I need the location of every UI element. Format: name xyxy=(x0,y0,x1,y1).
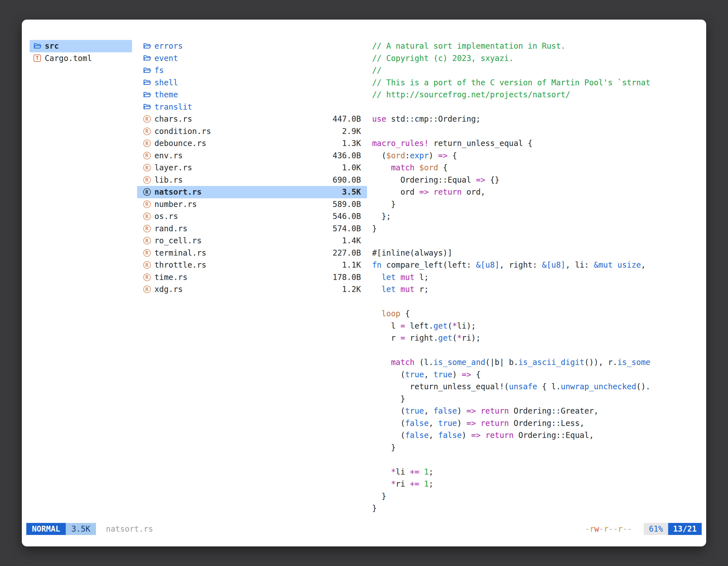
file-row[interactable]: R T throttle.rs 1.1K xyxy=(137,259,367,271)
file-row[interactable]: R T errors xyxy=(137,40,367,52)
scroll-percent-badge: 61% xyxy=(644,523,668,535)
code-line: match $ord { xyxy=(372,162,706,174)
folder-icon xyxy=(143,91,151,99)
file-icon-wrap: R T xyxy=(142,225,152,233)
code-line: match (l.is_some_and(|b| b.is_ascii_digi… xyxy=(372,356,706,368)
file-name: event xyxy=(154,54,178,63)
code-line: // xyxy=(372,64,706,77)
rust-file-icon: R xyxy=(143,201,151,208)
file-icon-wrap: R T xyxy=(142,103,152,111)
code-line: (true, true) => { xyxy=(372,368,706,381)
code-line: fn compare_left(left: &[u8], right: &[u8… xyxy=(372,259,706,271)
rust-file-icon: R xyxy=(143,225,151,233)
folder-icon xyxy=(143,66,151,75)
file-row[interactable]: R T terminal.rs 227.0B xyxy=(137,247,367,259)
file-row[interactable]: R T os.rs 546.0B xyxy=(137,210,367,223)
file-row[interactable]: R T translit xyxy=(137,101,367,113)
file-name: time.rs xyxy=(154,273,187,282)
code-line: } xyxy=(372,441,706,454)
file-row[interactable]: R T natsort.rs 3.5K xyxy=(137,186,367,198)
file-size: 1.0K xyxy=(342,163,361,172)
rust-file-icon: R xyxy=(143,188,151,196)
file-icon-wrap: R T xyxy=(142,91,152,99)
rust-file-icon: R xyxy=(143,140,151,147)
file-name: os.rs xyxy=(154,212,178,221)
file-name: xdg.rs xyxy=(154,285,183,294)
file-icon-wrap: R T xyxy=(142,249,152,257)
file-icon-wrap: R T xyxy=(142,140,152,147)
file-name: layer.rs xyxy=(154,163,192,172)
preview-pane: // A natural sort implementation in Rust… xyxy=(372,40,706,522)
file-size: 574.0B xyxy=(333,224,361,233)
rust-file-icon: R xyxy=(143,128,151,135)
folder-icon xyxy=(33,42,41,50)
file-row[interactable]: R T lib.rs 690.0B xyxy=(137,174,367,186)
file-icon-wrap: R T xyxy=(142,54,152,62)
file-size: 589.0B xyxy=(333,200,361,209)
file-icon-wrap: R T xyxy=(32,55,42,62)
code-line: // A natural sort implementation in Rust… xyxy=(372,40,706,52)
code-line: loop { xyxy=(372,307,706,320)
file-size: 690.0B xyxy=(333,175,361,185)
file-row[interactable]: R T debounce.rs 1.3K xyxy=(137,137,367,150)
file-size: 2.9K xyxy=(342,127,361,136)
code-line: #[inline(always)] xyxy=(372,247,706,259)
file-icon-wrap: R T xyxy=(142,128,152,135)
file-name: natsort.rs xyxy=(154,187,202,197)
file-size-badge: 3.5K xyxy=(66,523,96,535)
file-name: lib.rs xyxy=(154,175,183,185)
file-name: theme xyxy=(154,90,178,99)
code-line: // This is a port of the C version of Ma… xyxy=(372,77,706,89)
current-pane: R T errors R T event R xyxy=(137,40,367,295)
file-name: debounce.rs xyxy=(154,139,206,148)
file-row[interactable]: R T theme xyxy=(137,89,367,101)
file-row[interactable]: R T env.rs 436.0B xyxy=(137,150,367,162)
code-line: (false, true) => return Ordering::Less, xyxy=(372,417,706,429)
file-icon-wrap: R T xyxy=(142,285,152,293)
file-size: 546.0B xyxy=(333,212,361,221)
file-name: shell xyxy=(154,78,178,87)
file-icon-wrap: R T xyxy=(142,78,152,87)
code-line: } xyxy=(372,393,706,405)
folder-icon xyxy=(143,103,151,111)
status-right: -rw-r--r-- 61% 13/21 xyxy=(585,523,702,535)
file-size: 227.0B xyxy=(333,248,361,258)
file-name: env.rs xyxy=(154,151,183,160)
permissions: -rw-r--r-- xyxy=(585,524,632,534)
file-icon-wrap: R T xyxy=(142,237,152,245)
file-row[interactable]: R T condition.rs 2.9K xyxy=(137,125,367,138)
file-icon-wrap: R T xyxy=(142,274,152,281)
file-row[interactable]: R T ro_cell.rs 1.4K xyxy=(137,235,367,247)
file-row[interactable]: R T event xyxy=(137,52,367,65)
rust-file-icon: R xyxy=(143,237,151,245)
file-name: fs xyxy=(154,66,164,75)
file-row[interactable]: R T fs xyxy=(137,64,367,77)
file-row[interactable]: R T xdg.rs 1.2K xyxy=(137,283,367,295)
file-row[interactable]: R T time.rs 178.0B xyxy=(137,271,367,283)
file-row[interactable]: R T Cargo.toml xyxy=(30,52,132,65)
file-row[interactable]: R T chars.rs 447.0B xyxy=(137,113,367,125)
code-line: ord => return ord, xyxy=(372,186,706,198)
code-line: l = left.get(*li); xyxy=(372,320,706,332)
folder-icon xyxy=(143,54,151,62)
file-row[interactable]: R T layer.rs 1.0K xyxy=(137,162,367,174)
file-row[interactable]: R T number.rs 589.0B xyxy=(137,198,367,211)
file-size: 3.5K xyxy=(342,187,361,197)
code-line xyxy=(372,125,706,138)
rust-file-icon: R xyxy=(143,176,151,184)
code-line: *li += 1; xyxy=(372,466,706,478)
file-icon-wrap: R T xyxy=(142,164,152,172)
file-icon-wrap: R T xyxy=(142,42,152,50)
file-icon-wrap: R T xyxy=(32,42,42,50)
file-icon-wrap: R T xyxy=(142,152,152,159)
file-icon-wrap: R T xyxy=(142,261,152,269)
file-name: Cargo.toml xyxy=(45,54,92,63)
file-row[interactable]: R T shell xyxy=(137,77,367,89)
folder-icon xyxy=(143,78,151,87)
folder-icon xyxy=(143,42,151,50)
file-row[interactable]: R T rand.rs 574.0B xyxy=(137,223,367,235)
code-line xyxy=(372,101,706,113)
code-line xyxy=(372,344,706,356)
file-row[interactable]: R T src xyxy=(30,40,132,52)
file-size: 1.4K xyxy=(342,236,361,245)
